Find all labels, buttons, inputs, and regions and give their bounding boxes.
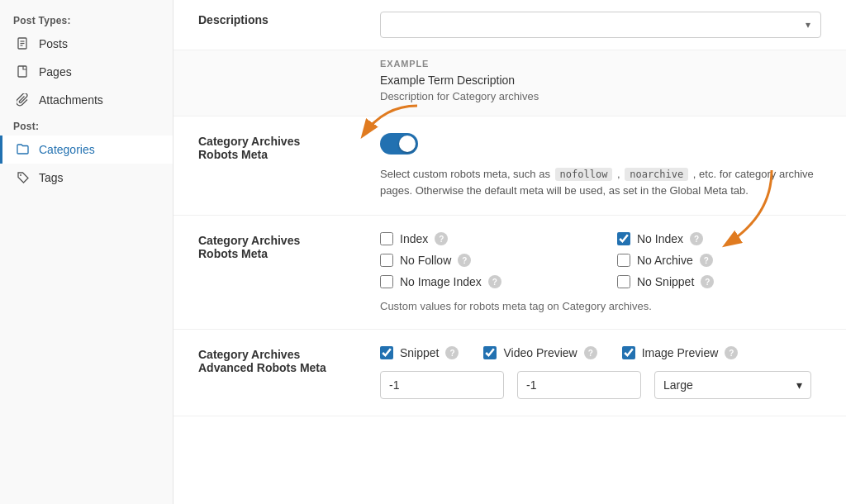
sidebar-item-pages-label: Pages bbox=[39, 65, 72, 78]
checkbox-nosnippet-label: No Snippet bbox=[637, 275, 694, 288]
index-help-icon[interactable]: ? bbox=[435, 232, 448, 245]
svg-point-5 bbox=[20, 174, 21, 176]
arrow-to-toggle bbox=[318, 102, 434, 159]
advanced-robots-content: Snippet ? Video Preview ? Image Preview … bbox=[380, 346, 821, 399]
snippet-help-icon[interactable]: ? bbox=[445, 346, 459, 359]
sidebar-item-categories[interactable]: Categories bbox=[0, 136, 173, 164]
sidebar: Post Types: Posts Pages Attachments bbox=[0, 0, 173, 504]
snippet-value-input[interactable] bbox=[380, 371, 504, 399]
toggle-container bbox=[380, 133, 821, 155]
image-preview-select[interactable]: Large ▾ bbox=[654, 371, 811, 399]
robots-meta-content: Index ? No Index ? No Follow ? No Archiv… bbox=[380, 232, 821, 312]
sidebar-item-pages[interactable]: Pages bbox=[0, 58, 173, 86]
description-label: Descriptions bbox=[198, 12, 364, 38]
attachment-icon bbox=[16, 93, 31, 107]
video-preview-help-icon[interactable]: ? bbox=[584, 346, 597, 359]
advanced-robots-label: Category Archives Advanced Robots Meta bbox=[198, 346, 364, 399]
advanced-robots-section: Category Archives Advanced Robots Meta S… bbox=[173, 330, 846, 416]
sidebar-item-attachments-label: Attachments bbox=[39, 93, 103, 107]
chevron-down-icon: ▾ bbox=[806, 19, 810, 31]
checkbox-snippet[interactable] bbox=[380, 346, 393, 359]
arrow-to-noindex bbox=[656, 166, 788, 257]
checkbox-nofollow-label: No Follow bbox=[400, 254, 451, 267]
folder-icon bbox=[16, 142, 31, 157]
advanced-robots-label-line2: Advanced Robots Meta bbox=[198, 361, 326, 374]
checkbox-noimageindex[interactable] bbox=[380, 275, 393, 288]
sidebar-item-posts[interactable]: Posts bbox=[0, 30, 173, 58]
example-content: EXAMPLE Example Term Description Descrip… bbox=[380, 59, 821, 102]
checkbox-nosnippet[interactable] bbox=[617, 275, 630, 288]
robots-note: Custom values for robots meta tag on Cat… bbox=[380, 300, 821, 312]
video-preview-input-group bbox=[517, 371, 641, 399]
advanced-robots-label-line1: Category Archives bbox=[198, 348, 300, 361]
image-preview-select-value: Large bbox=[663, 378, 693, 392]
checkbox-nosnippet-row: No Snippet ? bbox=[617, 275, 821, 288]
checkbox-index-label: Index bbox=[400, 232, 428, 245]
image-preview-help-icon[interactable]: ? bbox=[725, 346, 738, 359]
description-select[interactable]: ▾ bbox=[380, 12, 821, 38]
checkbox-snippet-label: Snippet bbox=[400, 346, 439, 359]
checkbox-noimageindex-row: No Image Index ? bbox=[380, 275, 584, 288]
checkbox-noarchive[interactable] bbox=[617, 254, 630, 267]
checkbox-noimageindex-label: No Image Index bbox=[400, 275, 482, 288]
description-section: Descriptions ▾ bbox=[173, 0, 846, 50]
example-spacer bbox=[198, 59, 364, 102]
checkbox-video-preview-label: Video Preview bbox=[503, 346, 577, 359]
example-label: EXAMPLE bbox=[380, 59, 821, 69]
checkbox-nofollow[interactable] bbox=[380, 254, 393, 267]
checkbox-video-preview[interactable] bbox=[483, 346, 497, 359]
nosnippet-help-icon[interactable]: ? bbox=[701, 275, 714, 288]
snippet-input-group bbox=[380, 371, 504, 399]
sidebar-item-posts-label: Posts bbox=[39, 37, 68, 50]
sidebar-item-tags-label: Tags bbox=[39, 171, 64, 184]
advanced-robots-checkboxes: Snippet ? Video Preview ? Image Preview … bbox=[380, 346, 821, 359]
advanced-robots-inputs: Large ▾ bbox=[380, 371, 821, 399]
robots-meta-label: Category Archives Robots Meta bbox=[198, 232, 364, 312]
toggle-desc-text: Select custom robots meta, such as bbox=[380, 168, 550, 180]
document-icon bbox=[16, 36, 31, 51]
checkbox-snippet-row: Snippet ? bbox=[380, 346, 459, 359]
tag-icon bbox=[16, 170, 31, 185]
checkbox-index[interactable] bbox=[380, 232, 393, 245]
checkbox-video-preview-row: Video Preview ? bbox=[483, 346, 596, 359]
category-archives-label-line1: Category Archives bbox=[198, 135, 300, 148]
post-section-label: Post: bbox=[0, 114, 173, 136]
page-icon bbox=[16, 64, 31, 79]
robots-meta-label-line2: Robots Meta bbox=[198, 247, 268, 260]
image-preview-chevron-icon: ▾ bbox=[796, 378, 802, 392]
checkbox-nofollow-row: No Follow ? bbox=[380, 254, 584, 267]
main-content: Descriptions ▾ EXAMPLE Example Term Desc… bbox=[173, 0, 846, 504]
image-preview-select-group: Large ▾ bbox=[654, 371, 811, 399]
checkbox-index-row: Index ? bbox=[380, 232, 584, 245]
sidebar-item-tags[interactable]: Tags bbox=[0, 164, 173, 192]
noimageindex-help-icon[interactable]: ? bbox=[488, 275, 501, 288]
checkbox-image-preview-row: Image Preview ? bbox=[622, 346, 739, 359]
svg-rect-4 bbox=[18, 66, 26, 77]
nofollow-help-icon[interactable]: ? bbox=[458, 254, 471, 267]
post-types-section-label: Post Types: bbox=[0, 8, 173, 30]
robots-meta-checkboxes-section: Category Archives Robots Meta Index ? bbox=[173, 216, 846, 330]
checkbox-image-preview-label: Image Preview bbox=[642, 346, 719, 359]
example-desc: Description for Category archives bbox=[380, 90, 821, 102]
video-preview-value-input[interactable] bbox=[517, 371, 641, 399]
sidebar-item-categories-label: Categories bbox=[39, 143, 95, 156]
sidebar-item-attachments[interactable]: Attachments bbox=[0, 86, 173, 114]
checkbox-image-preview[interactable] bbox=[622, 346, 635, 359]
nofollow-tag: nofollow bbox=[555, 168, 613, 181]
checkbox-noindex[interactable] bbox=[617, 232, 630, 245]
example-section: EXAMPLE Example Term Description Descrip… bbox=[173, 50, 846, 116]
robots-meta-label-line1: Category Archives bbox=[198, 234, 300, 247]
category-archives-label-line2: Robots Meta bbox=[198, 148, 268, 161]
example-title: Example Term Description bbox=[380, 74, 821, 87]
